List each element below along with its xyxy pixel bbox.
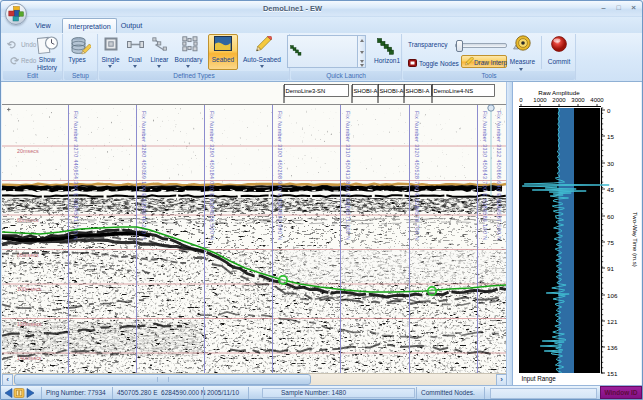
svg-text:136: 136 [607, 344, 618, 351]
svg-text:30: 30 [607, 160, 614, 167]
svg-text:106: 106 [607, 292, 618, 299]
svg-text:1000: 1000 [533, 97, 547, 103]
svg-text:151: 151 [607, 370, 618, 377]
svg-text:Two-Way Time (m.s): Two-Way Time (m.s) [632, 212, 638, 267]
svg-text:3000: 3000 [571, 97, 585, 103]
svg-text:Raw Amplitude: Raw Amplitude [538, 89, 580, 96]
svg-text:91: 91 [607, 265, 614, 272]
svg-text:60: 60 [607, 213, 614, 220]
svg-text:15: 15 [607, 133, 614, 140]
svg-text:0: 0 [607, 107, 611, 114]
svg-text:45: 45 [607, 186, 614, 193]
svg-text:2000: 2000 [552, 97, 566, 103]
svg-text:Input Range: Input Range [522, 375, 557, 383]
svg-text:121: 121 [607, 318, 618, 325]
svg-text:4000: 4000 [590, 97, 604, 103]
svg-text:75: 75 [607, 239, 614, 246]
